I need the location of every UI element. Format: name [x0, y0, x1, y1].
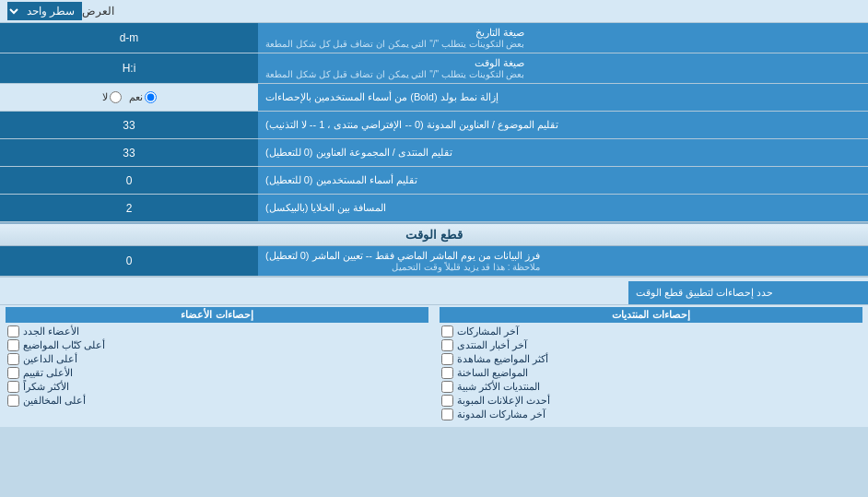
cb-member-new-check[interactable] [7, 325, 19, 337]
date-format-label: صيغة التاريخ بعض التكوينات يتطلب "/" الت… [258, 23, 868, 53]
cb-member-top-violators-check[interactable] [7, 395, 19, 407]
date-format-input[interactable] [6, 31, 252, 44]
username-limit-input[interactable] [6, 174, 252, 187]
cb-member-top-rated: الأعلى تقييم [6, 366, 428, 380]
cb-forum-news-label: آخر أخبار المنتدى [457, 339, 527, 351]
date-format-row: صيغة التاريخ بعض التكوينات يتطلب "/" الت… [0, 23, 868, 53]
cutoff-label: فرز البيانات من يوم الماشر الماضي فقط --… [258, 246, 868, 276]
cutoff-container [0, 246, 258, 276]
cb-member-new: الأعضاء الجدد [6, 325, 428, 338]
username-limit-label: تقليم أسماء المستخدمين (0 للتعطيل) [258, 167, 868, 194]
time-format-row: صيغة الوقت بعض التكوينات يتطلب "/" التي … [0, 53, 868, 84]
display-dropdown[interactable]: سطر واحد سطرين ثلاثة أسطر [7, 2, 82, 20]
bold-usernames-row: إزالة نمط بولد (Bold) من أسماء المستخدمي… [0, 84, 868, 112]
topic-title-limit-container [0, 112, 258, 138]
cb-member-top-invites: أعلى الداعين [6, 352, 428, 366]
cb-member-most-thanks-label: الأكثر شكراً [23, 381, 69, 393]
cb-forum-blog-posts-check[interactable] [441, 408, 453, 420]
cb-member-top-rated-check[interactable] [7, 367, 19, 379]
forum-stats-header: إحصاءات المنتديات [440, 307, 862, 323]
forum-stats-column: إحصاءات المنتديات آخر المشاركات آخر أخبا… [434, 305, 868, 423]
radio-yes[interactable] [145, 91, 157, 103]
bold-usernames-label: إزالة نمط بولد (Bold) من أسماء المستخدمي… [258, 84, 868, 111]
cb-forum-most-viewed-label: أكثر المواضيع مشاهدة [457, 353, 548, 365]
forum-topic-limit-row: تقليم المنتدى / المجموعة العناوين (0 للت… [0, 139, 868, 167]
checkboxes-top-row: حدد إحصاءات لتطبيق قطع الوقت [0, 281, 868, 305]
cb-member-top-violators-label: أعلى المخالفين [23, 395, 86, 407]
time-format-label: صيغة الوقت بعض التكوينات يتطلب "/" التي … [258, 53, 868, 83]
cb-forum-most-similar: المنتديات الأكثر شبية [440, 380, 862, 394]
time-format-input[interactable] [6, 62, 252, 75]
gap-cells-input[interactable] [6, 202, 252, 215]
forum-topic-limit-input[interactable] [6, 147, 252, 160]
forum-topic-limit-label: تقليم المنتدى / المجموعة العناوين (0 للت… [258, 139, 868, 166]
cb-forum-ads-label: أحدث الإعلانات المبوبة [457, 395, 550, 407]
cb-forum-latest-posts-check[interactable] [441, 325, 453, 337]
username-limit-container [0, 167, 258, 194]
cb-forum-hot-topics: المواضيع الساخنة [440, 366, 862, 380]
cutoff-input[interactable] [6, 254, 252, 267]
gap-cells-container [0, 195, 258, 221]
cb-forum-most-viewed: أكثر المواضيع مشاهدة [440, 352, 862, 366]
cb-forum-blog-posts: آخر مشاركات المدونة [440, 408, 862, 421]
cb-forum-hot-topics-label: المواضيع الساخنة [457, 367, 528, 379]
time-format-input-container [0, 53, 258, 83]
radio-no[interactable] [110, 91, 122, 103]
checkboxes-columns: إحصاءات المنتديات آخر المشاركات آخر أخبا… [0, 305, 868, 423]
cb-forum-most-viewed-check[interactable] [441, 353, 453, 365]
cb-member-top-invites-check[interactable] [7, 353, 19, 365]
bold-radio-group: نعم لا [0, 84, 258, 111]
cb-member-new-label: الأعضاء الجدد [23, 325, 79, 337]
topic-title-limit-label: تقليم الموضوع / العناوين المدونة (0 -- ا… [258, 112, 868, 138]
checkboxes-top-label: حدد إحصاءات لتطبيق قطع الوقت [628, 281, 868, 304]
cb-member-top-writers-check[interactable] [7, 339, 19, 351]
radio-yes-label[interactable]: نعم [129, 91, 157, 103]
gap-cells-label: المسافة بين الخلايا (بالبيكسل) [258, 195, 868, 221]
date-format-input-container [0, 23, 258, 53]
cb-forum-news-check[interactable] [441, 339, 453, 351]
radio-no-label[interactable]: لا [102, 91, 122, 103]
gap-cells-row: المسافة بين الخلايا (بالبيكسل) [0, 195, 868, 222]
cb-forum-ads: أحدث الإعلانات المبوبة [440, 394, 862, 408]
cb-member-top-writers-label: أعلى كتّاب المواضيع [23, 339, 105, 351]
member-stats-column: إحصاءات الأعضاء الأعضاء الجدد أعلى كتّاب… [0, 305, 434, 423]
cb-member-top-rated-label: الأعلى تقييم [23, 367, 73, 379]
cb-member-top-invites-label: أعلى الداعين [23, 353, 77, 365]
cb-forum-blog-posts-label: آخر مشاركات المدونة [457, 408, 545, 420]
cutoff-row: فرز البيانات من يوم الماشر الماضي فقط --… [0, 246, 868, 277]
cb-member-top-writers: أعلى كتّاب المواضيع [6, 338, 428, 352]
cb-forum-latest-posts-label: آخر المشاركات [457, 325, 519, 337]
username-limit-row: تقليم أسماء المستخدمين (0 للتعطيل) [0, 167, 868, 195]
cb-forum-news: آخر أخبار المنتدى [440, 338, 862, 352]
topic-title-limit-input[interactable] [6, 119, 252, 132]
member-stats-header: إحصاءات الأعضاء [6, 307, 428, 323]
forum-topic-limit-container [0, 139, 258, 166]
checkboxes-top-content [0, 281, 628, 304]
header-row: العرض سطر واحد سطرين ثلاثة أسطر [0, 0, 868, 23]
cb-member-most-thanks: الأكثر شكراً [6, 380, 428, 394]
cb-member-most-thanks-check[interactable] [7, 381, 19, 393]
header-label: العرض [82, 5, 114, 18]
checkboxes-area: حدد إحصاءات لتطبيق قطع الوقت إحصاءات الم… [0, 277, 868, 427]
cb-forum-most-similar-label: المنتديات الأكثر شبية [457, 381, 540, 393]
cb-forum-latest-posts: آخر المشاركات [440, 325, 862, 338]
topic-title-limit-row: تقليم الموضوع / العناوين المدونة (0 -- ا… [0, 112, 868, 139]
section-header: قطع الوقت [0, 222, 868, 246]
cb-forum-hot-topics-check[interactable] [441, 367, 453, 379]
cb-forum-ads-check[interactable] [441, 395, 453, 407]
cb-forum-most-similar-check[interactable] [441, 381, 453, 393]
cb-member-top-violators: أعلى المخالفين [6, 394, 428, 408]
